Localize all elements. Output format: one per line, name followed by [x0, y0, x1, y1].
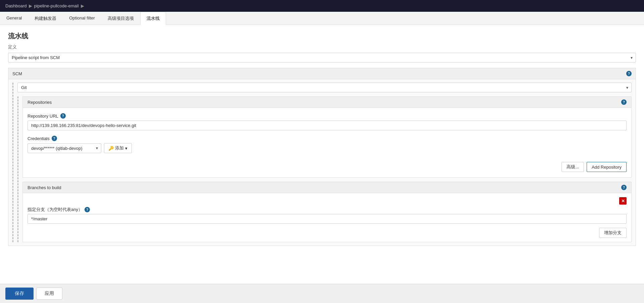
branches-section: Branches to build ? ✕ — [22, 182, 632, 242]
scm-section: SCM ? Git None ▾ — [8, 68, 636, 246]
credentials-help-icon[interactable]: ? — [52, 136, 57, 141]
tab-optional-filter[interactable]: Optional filter — [63, 12, 101, 25]
repo-url-input[interactable]: http://139.198.166.235:81/dev/devops-hel… — [28, 121, 627, 130]
credentials-select-wrapper: devop/****** (qitlab-devop) ▾ — [28, 143, 101, 153]
breadcrumb-pipeline[interactable]: pipeline-pullcode-email — [34, 3, 79, 8]
branch-specifier-field: 指定分支（为空时代表any） ? */master — [28, 207, 627, 224]
credentials-select[interactable]: devop/****** (qitlab-devop) — [28, 143, 101, 153]
definition-select[interactable]: Pipeline script from SCM Pipeline script — [8, 53, 636, 62]
repo-url-help-icon[interactable]: ? — [60, 113, 66, 119]
branch-specifier-input[interactable]: */master — [28, 214, 627, 224]
delete-branch-button[interactable]: ✕ — [619, 197, 627, 205]
branches-label: Branches to build — [28, 185, 61, 190]
advanced-button[interactable]: 高级... — [561, 162, 584, 172]
scm-header: SCM ? — [8, 68, 636, 79]
repo-actions-row: 高级... Add Repository — [28, 159, 627, 172]
definition-label: 定义 — [8, 44, 636, 50]
add-branch-row: 增加分支 — [28, 228, 627, 238]
branch-specifier-help-icon[interactable]: ? — [85, 207, 90, 212]
breadcrumb: Dashboard ▶ pipeline-pullcode-email ▶ — [0, 0, 644, 12]
credentials-label: Credentials — [28, 136, 50, 141]
page-title: 流水线 — [8, 32, 636, 41]
branches-body: ✕ 指定分支（为空时代表any） ? */master — [23, 193, 631, 242]
scm-label: SCM — [12, 71, 22, 76]
repo-url-label-row: Repository URL ? — [28, 113, 627, 119]
branches-help-icon[interactable]: ? — [621, 185, 627, 190]
scm-git-select-wrapper: Git None ▾ — [17, 83, 632, 92]
branch-item: ✕ 指定分支（为空时代表any） ? */master — [28, 197, 627, 224]
add-credentials-button[interactable]: 🔑 添加 ▾ — [104, 143, 132, 153]
page-body: 流水线 定义 Pipeline script from SCM Pipeline… — [0, 25, 644, 255]
branch-specifier-label-row: 指定分支（为空时代表any） ? — [28, 207, 627, 213]
add-credentials-label: 添加 — [115, 145, 124, 151]
repos-help-icon[interactable]: ? — [621, 99, 627, 105]
key-icon: 🔑 — [108, 146, 114, 151]
branch-item-header: ✕ — [28, 197, 627, 205]
repos-body: Repository URL ? http://139.198.166.235:… — [23, 108, 631, 177]
definition-select-wrapper: Pipeline script from SCM Pipeline script… — [8, 53, 636, 62]
scm-git-select[interactable]: Git None — [17, 83, 632, 92]
breadcrumb-sep-2: ▶ — [81, 3, 84, 8]
scm-inner: Git None ▾ Repositories ? — [12, 83, 632, 242]
breadcrumb-dashboard[interactable]: Dashboard — [5, 3, 27, 8]
credentials-row: devop/****** (qitlab-devop) ▾ 🔑 添加 ▾ — [28, 143, 627, 153]
tab-build-trigger[interactable]: 构建触发器 — [28, 12, 63, 25]
repositories-indent: Repositories ? Repository URL ? — [17, 96, 632, 242]
tab-pipeline[interactable]: 流水线 — [140, 12, 166, 25]
repo-url-label: Repository URL — [28, 114, 58, 119]
scm-body: Git None ▾ Repositories ? — [8, 79, 636, 246]
branch-specifier-label: 指定分支（为空时代表any） — [28, 207, 83, 213]
scm-help-icon[interactable]: ? — [626, 71, 632, 76]
credentials-field: Credentials ? devop/****** (qitlab-devop… — [28, 136, 627, 153]
repos-label: Repositories — [28, 100, 52, 105]
breadcrumb-sep-1: ▶ — [29, 3, 32, 8]
repositories-section: Repositories ? Repository URL ? — [22, 96, 632, 178]
add-credentials-chevron: ▾ — [125, 146, 127, 151]
bottom-action-bar: 保存 应用 — [0, 284, 644, 303]
add-repository-button[interactable]: Add Repository — [587, 162, 627, 172]
branches-header: Branches to build ? — [23, 182, 631, 193]
tab-bar: General 构建触发器 Optional filter 高级项目选项 流水线 — [0, 12, 644, 25]
repo-url-field: Repository URL ? http://139.198.166.235:… — [28, 113, 627, 130]
tab-advanced-options[interactable]: 高级项目选项 — [101, 12, 140, 25]
save-button[interactable]: 保存 — [5, 288, 34, 300]
repos-header: Repositories ? — [23, 97, 631, 108]
apply-button[interactable]: 应用 — [36, 288, 62, 300]
add-branch-button[interactable]: 增加分支 — [599, 228, 627, 238]
tab-general[interactable]: General — [0, 12, 28, 25]
credentials-label-row: Credentials ? — [28, 136, 627, 141]
